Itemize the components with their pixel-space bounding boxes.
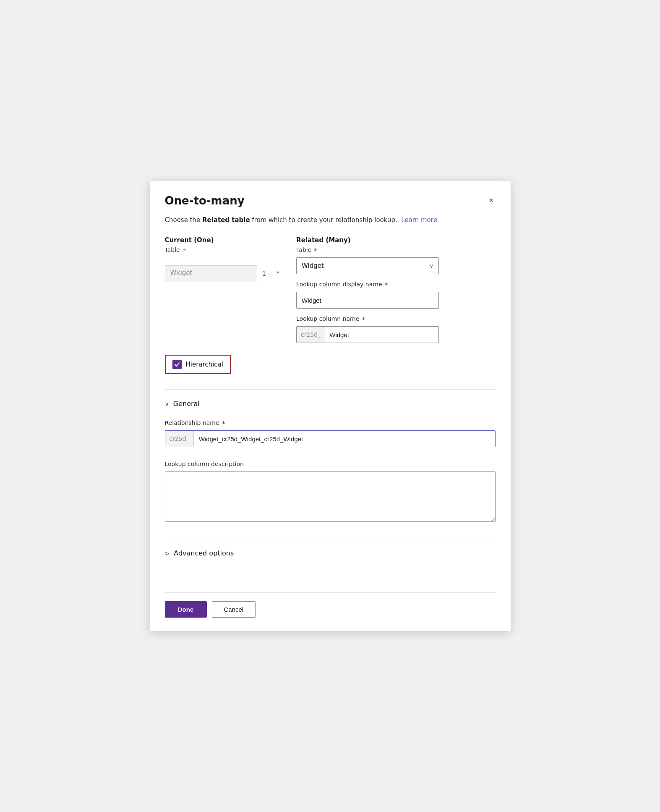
advanced-section-label: Advanced options	[174, 549, 234, 557]
relationship-name-wrapper: cr25d_	[165, 430, 496, 447]
current-table-input: Widget	[165, 265, 257, 282]
relationship-name-label: Relationship name	[165, 419, 219, 426]
advanced-section: > Advanced options	[165, 546, 496, 569]
dialog-header: One-to-many ×	[165, 194, 496, 207]
related-table-label: Table	[296, 246, 311, 253]
footer-divider	[165, 592, 496, 593]
hierarchical-checkbox[interactable]	[172, 360, 182, 369]
footer-buttons: Done Cancel	[165, 601, 496, 618]
relationship-name-prefix: cr25d_	[165, 431, 194, 447]
related-table-value: Widget	[302, 262, 324, 270]
table-row-middle: Widget 1 — *	[165, 265, 280, 282]
description-before: Choose the	[165, 216, 203, 224]
lookup-display-required: *	[385, 281, 388, 289]
lookup-display-name-input[interactable]	[296, 292, 439, 309]
close-button[interactable]: ×	[487, 194, 496, 206]
description-text: Choose the Related table from which to c…	[165, 215, 496, 225]
relationship-name-field: Relationship name * cr25d_	[165, 419, 496, 456]
section-divider-1	[165, 389, 496, 390]
lookup-column-name-wrapper: cr25d_	[296, 326, 439, 343]
general-section: ∨ General Relationship name * cr25d_ Loo…	[165, 396, 496, 522]
general-inner: Relationship name * cr25d_ Lookup column…	[165, 419, 496, 522]
lookup-description-label: Lookup column description	[165, 461, 496, 467]
advanced-section-toggle[interactable]: > Advanced options	[165, 546, 496, 561]
general-chevron-icon: ∨	[165, 401, 169, 407]
learn-more-link[interactable]: Learn more	[401, 216, 437, 224]
related-fields: Table * Widget ∨ Lookup column display n…	[296, 246, 495, 343]
lookup-display-name-field: Lookup column display name *	[296, 281, 495, 309]
current-table-label-row: Table *	[165, 246, 280, 255]
hierarchical-checkbox-wrapper[interactable]: Hierarchical	[165, 355, 231, 374]
current-table-required: *	[183, 247, 186, 255]
cancel-button[interactable]: Cancel	[212, 601, 256, 618]
lookup-column-name-field: Lookup column name * cr25d_	[296, 315, 495, 343]
columns-row: Current (One) Table * Widget 1 — * Relat…	[165, 236, 496, 343]
hierarchical-label: Hierarchical	[186, 361, 223, 368]
done-button[interactable]: Done	[165, 601, 207, 618]
lookup-column-label-row: Lookup column name *	[296, 315, 495, 324]
relation-symbol: 1 — *	[262, 270, 280, 278]
dialog-title: One-to-many	[165, 194, 245, 207]
advanced-chevron-icon: >	[165, 550, 170, 557]
lookup-column-required: *	[362, 316, 365, 324]
description-after: from which to create your relationship l…	[250, 216, 397, 224]
general-section-toggle[interactable]: ∨ General	[165, 396, 496, 411]
lookup-column-label: Lookup column name	[296, 315, 359, 322]
related-section: Related (Many) Table * Widget ∨	[296, 236, 495, 343]
related-table-field: Table * Widget ∨	[296, 246, 495, 274]
relationship-name-label-row: Relationship name *	[165, 419, 496, 428]
general-section-label: General	[173, 400, 200, 408]
related-table-label-row: Table *	[296, 246, 495, 255]
lookup-display-label-row: Lookup column display name *	[296, 281, 495, 290]
current-section: Current (One) Table * Widget 1 — *	[165, 236, 280, 282]
relationship-name-input[interactable]	[194, 431, 495, 447]
lookup-description-field: Lookup column description	[165, 461, 496, 522]
related-table-select[interactable]: Widget ∨	[296, 257, 439, 274]
section-divider-2	[165, 539, 496, 539]
lookup-column-prefix: cr25d_	[297, 327, 325, 343]
lookup-display-label: Lookup column display name	[296, 281, 382, 288]
lookup-description-textarea[interactable]	[165, 471, 496, 522]
current-heading: Current (One)	[165, 236, 280, 244]
chevron-down-icon: ∨	[430, 263, 434, 269]
checkmark-icon	[174, 361, 180, 367]
footer: Done Cancel	[165, 579, 496, 618]
lookup-column-name-input[interactable]	[325, 327, 438, 343]
one-to-many-dialog: One-to-many × Choose the Related table f…	[150, 181, 511, 631]
current-table-label: Table	[165, 246, 180, 253]
description-bold: Related table	[202, 216, 250, 224]
related-heading: Related (Many)	[296, 236, 495, 244]
related-table-required: *	[314, 247, 317, 255]
hierarchical-section: Hierarchical	[165, 355, 496, 374]
relationship-name-required: *	[222, 420, 225, 428]
